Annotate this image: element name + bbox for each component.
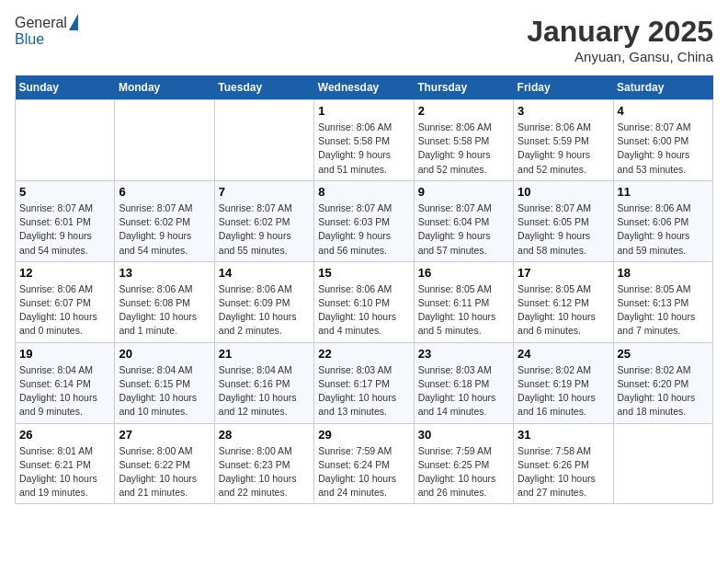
day-number: 20: [119, 347, 210, 361]
location: Anyuan, Gansu, China: [527, 49, 713, 64]
day-info: Sunrise: 8:07 AM Sunset: 6:04 PM Dayligh…: [418, 201, 509, 258]
day-number: 13: [119, 266, 210, 280]
day-number: 22: [318, 347, 409, 361]
calendar-cell: 31Sunrise: 7:58 AM Sunset: 6:26 PM Dayli…: [514, 423, 613, 504]
day-number: 2: [418, 104, 509, 118]
calendar-cell: [214, 100, 313, 181]
day-info: Sunrise: 8:05 AM Sunset: 6:13 PM Dayligh…: [618, 282, 709, 339]
calendar-cell: 20Sunrise: 8:04 AM Sunset: 6:15 PM Dayli…: [115, 342, 214, 423]
month-title: January 2025: [527, 15, 713, 49]
calendar-cell: 23Sunrise: 8:03 AM Sunset: 6:18 PM Dayli…: [414, 342, 513, 423]
weekday-header: Thursday: [414, 75, 513, 100]
day-info: Sunrise: 8:06 AM Sunset: 6:09 PM Dayligh…: [219, 282, 310, 339]
calendar-table: SundayMondayTuesdayWednesdayThursdayFrid…: [15, 75, 713, 504]
calendar-cell: 10Sunrise: 8:07 AM Sunset: 6:05 PM Dayli…: [514, 180, 613, 261]
logo-general: General: [15, 15, 67, 31]
day-info: Sunrise: 8:05 AM Sunset: 6:11 PM Dayligh…: [418, 282, 509, 339]
day-number: 25: [618, 347, 709, 361]
calendar-cell: 14Sunrise: 8:06 AM Sunset: 6:09 PM Dayli…: [214, 261, 313, 342]
weekday-header: Monday: [115, 75, 214, 100]
day-info: Sunrise: 8:01 AM Sunset: 6:21 PM Dayligh…: [19, 444, 110, 500]
calendar-cell: 5Sunrise: 8:07 AM Sunset: 6:01 PM Daylig…: [16, 180, 115, 261]
day-info: Sunrise: 8:03 AM Sunset: 6:17 PM Dayligh…: [318, 363, 409, 419]
day-number: 16: [418, 266, 509, 280]
calendar-cell: 29Sunrise: 7:59 AM Sunset: 6:24 PM Dayli…: [314, 423, 414, 504]
calendar-cell: [16, 100, 115, 181]
day-info: Sunrise: 8:07 AM Sunset: 6:01 PM Dayligh…: [19, 201, 110, 258]
calendar-week-row: 12Sunrise: 8:06 AM Sunset: 6:07 PM Dayli…: [16, 261, 713, 342]
calendar-cell: 2Sunrise: 8:06 AM Sunset: 5:58 PM Daylig…: [414, 100, 513, 181]
day-info: Sunrise: 8:06 AM Sunset: 5:59 PM Dayligh…: [518, 121, 609, 177]
day-info: Sunrise: 8:04 AM Sunset: 6:15 PM Dayligh…: [119, 363, 210, 419]
day-number: 5: [19, 185, 110, 199]
calendar-cell: 16Sunrise: 8:05 AM Sunset: 6:11 PM Dayli…: [414, 261, 513, 342]
calendar-cell: 22Sunrise: 8:03 AM Sunset: 6:17 PM Dayli…: [314, 342, 414, 423]
day-info: Sunrise: 8:06 AM Sunset: 5:58 PM Dayligh…: [418, 121, 509, 177]
day-info: Sunrise: 8:02 AM Sunset: 6:19 PM Dayligh…: [518, 363, 609, 419]
day-number: 4: [618, 104, 709, 118]
calendar-week-row: 5Sunrise: 8:07 AM Sunset: 6:01 PM Daylig…: [16, 180, 713, 261]
weekday-header: Tuesday: [214, 75, 313, 100]
day-number: 24: [518, 347, 609, 361]
day-number: 29: [318, 428, 409, 442]
day-number: 27: [119, 428, 210, 442]
day-info: Sunrise: 8:06 AM Sunset: 5:58 PM Dayligh…: [318, 121, 409, 177]
day-info: Sunrise: 8:04 AM Sunset: 6:14 PM Dayligh…: [19, 363, 110, 419]
calendar-cell: 8Sunrise: 8:07 AM Sunset: 6:03 PM Daylig…: [314, 180, 414, 261]
day-info: Sunrise: 7:58 AM Sunset: 6:26 PM Dayligh…: [518, 444, 609, 500]
day-number: 26: [19, 428, 110, 442]
day-number: 10: [518, 185, 609, 199]
day-number: 21: [219, 347, 310, 361]
calendar-cell: 21Sunrise: 8:04 AM Sunset: 6:16 PM Dayli…: [214, 342, 313, 423]
day-info: Sunrise: 8:06 AM Sunset: 6:10 PM Dayligh…: [318, 282, 409, 339]
logo-triangle-icon: [69, 14, 78, 30]
logo-blue: Blue: [15, 31, 78, 48]
day-number: 17: [518, 266, 609, 280]
page-header: General Blue January 2025 Anyuan, Gansu,…: [15, 15, 713, 64]
calendar-cell: 17Sunrise: 8:05 AM Sunset: 6:12 PM Dayli…: [514, 261, 613, 342]
day-info: Sunrise: 8:02 AM Sunset: 6:20 PM Dayligh…: [618, 363, 709, 419]
weekday-header: Sunday: [16, 75, 115, 100]
day-info: Sunrise: 8:07 AM Sunset: 6:05 PM Dayligh…: [518, 201, 609, 258]
day-number: 11: [618, 185, 709, 199]
weekday-header-row: SundayMondayTuesdayWednesdayThursdayFrid…: [16, 75, 713, 100]
day-number: 1: [318, 104, 409, 118]
day-info: Sunrise: 8:06 AM Sunset: 6:07 PM Dayligh…: [19, 282, 110, 339]
calendar-cell: 6Sunrise: 8:07 AM Sunset: 6:02 PM Daylig…: [115, 180, 214, 261]
title-block: January 2025 Anyuan, Gansu, China: [527, 15, 713, 64]
day-info: Sunrise: 8:06 AM Sunset: 6:06 PM Dayligh…: [618, 201, 709, 258]
day-number: 9: [418, 185, 509, 199]
day-number: 15: [318, 266, 409, 280]
logo: General Blue: [15, 15, 78, 48]
weekday-header: Wednesday: [314, 75, 414, 100]
calendar-week-row: 19Sunrise: 8:04 AM Sunset: 6:14 PM Dayli…: [16, 342, 713, 423]
calendar-cell: 28Sunrise: 8:00 AM Sunset: 6:23 PM Dayli…: [214, 423, 313, 504]
calendar-week-row: 1Sunrise: 8:06 AM Sunset: 5:58 PM Daylig…: [16, 100, 713, 181]
day-info: Sunrise: 8:04 AM Sunset: 6:16 PM Dayligh…: [219, 363, 310, 419]
calendar-cell: 25Sunrise: 8:02 AM Sunset: 6:20 PM Dayli…: [613, 342, 712, 423]
calendar-cell: 13Sunrise: 8:06 AM Sunset: 6:08 PM Dayli…: [115, 261, 214, 342]
day-number: 14: [219, 266, 310, 280]
day-info: Sunrise: 8:03 AM Sunset: 6:18 PM Dayligh…: [418, 363, 509, 419]
day-number: 31: [518, 428, 609, 442]
calendar-cell: [115, 100, 214, 181]
calendar-cell: 7Sunrise: 8:07 AM Sunset: 6:02 PM Daylig…: [214, 180, 313, 261]
day-info: Sunrise: 8:07 AM Sunset: 6:00 PM Dayligh…: [618, 121, 709, 177]
calendar-cell: 30Sunrise: 7:59 AM Sunset: 6:25 PM Dayli…: [414, 423, 513, 504]
calendar-cell: 19Sunrise: 8:04 AM Sunset: 6:14 PM Dayli…: [16, 342, 115, 423]
calendar-cell: 27Sunrise: 8:00 AM Sunset: 6:22 PM Dayli…: [115, 423, 214, 504]
calendar-cell: 15Sunrise: 8:06 AM Sunset: 6:10 PM Dayli…: [314, 261, 414, 342]
day-info: Sunrise: 8:07 AM Sunset: 6:03 PM Dayligh…: [318, 201, 409, 258]
weekday-header: Saturday: [613, 75, 712, 100]
day-info: Sunrise: 8:06 AM Sunset: 6:08 PM Dayligh…: [119, 282, 210, 339]
day-number: 30: [418, 428, 509, 442]
day-number: 12: [19, 266, 110, 280]
day-number: 3: [518, 104, 609, 118]
day-number: 7: [219, 185, 310, 199]
day-info: Sunrise: 8:00 AM Sunset: 6:23 PM Dayligh…: [219, 444, 310, 500]
calendar-cell: 18Sunrise: 8:05 AM Sunset: 6:13 PM Dayli…: [613, 261, 712, 342]
calendar-cell: 12Sunrise: 8:06 AM Sunset: 6:07 PM Dayli…: [16, 261, 115, 342]
weekday-header: Friday: [514, 75, 613, 100]
calendar-cell: [613, 423, 712, 504]
day-number: 19: [19, 347, 110, 361]
